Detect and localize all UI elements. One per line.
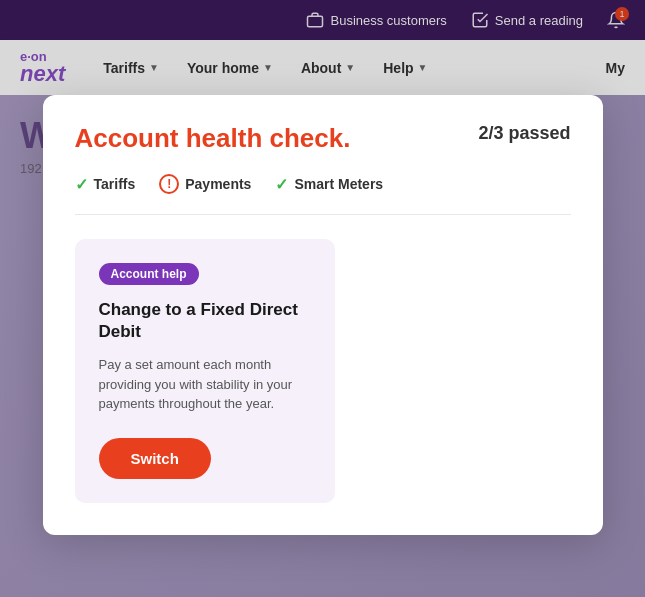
- check-warning-icon: !: [159, 174, 179, 194]
- check-pass-icon: ✓: [75, 175, 88, 194]
- check-items-list: ✓ Tariffs ! Payments ✓ Smart Meters: [75, 174, 571, 215]
- card-badge: Account help: [99, 263, 199, 285]
- modal-title: Account health check.: [75, 123, 351, 154]
- check-item-smart-meters: ✓ Smart Meters: [275, 174, 383, 194]
- check-smart-meters-label: Smart Meters: [294, 176, 383, 192]
- check-payments-label: Payments: [185, 176, 251, 192]
- modal-header: Account health check. 2/3 passed: [75, 123, 571, 154]
- check-pass-icon: ✓: [275, 175, 288, 194]
- check-item-payments: ! Payments: [159, 174, 251, 194]
- modal-score: 2/3 passed: [478, 123, 570, 144]
- card-description: Pay a set amount each month providing yo…: [99, 355, 311, 414]
- modal-overlay: Account health check. 2/3 passed ✓ Tarif…: [0, 0, 645, 597]
- switch-button[interactable]: Switch: [99, 438, 211, 479]
- check-tariffs-label: Tariffs: [94, 176, 136, 192]
- check-item-tariffs: ✓ Tariffs: [75, 174, 136, 194]
- health-check-modal: Account health check. 2/3 passed ✓ Tarif…: [43, 95, 603, 535]
- card-title: Change to a Fixed Direct Debit: [99, 299, 311, 343]
- account-help-card: Account help Change to a Fixed Direct De…: [75, 239, 335, 503]
